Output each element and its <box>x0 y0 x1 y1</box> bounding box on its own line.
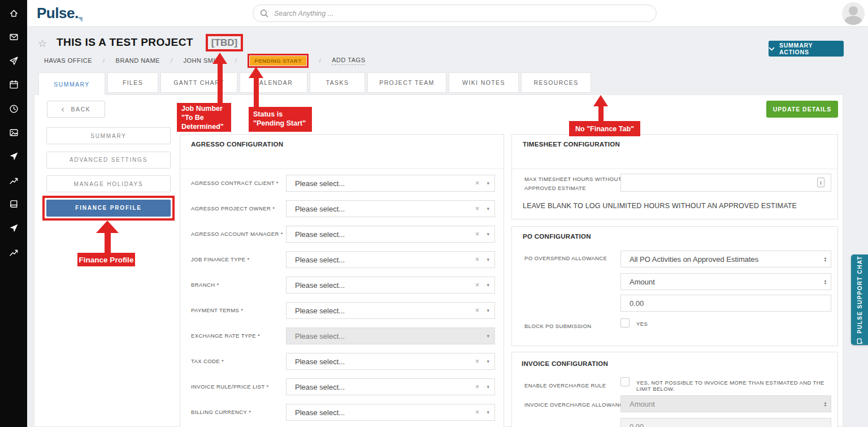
billing-currency-select[interactable]: Please select...×▾ <box>286 404 495 421</box>
send-icon[interactable] <box>0 51 27 71</box>
select-value: Please select... <box>295 408 345 417</box>
block-po-yes-label: YES <box>636 321 648 327</box>
agresso-contract-client-select[interactable]: Please select...×▾ <box>286 175 495 192</box>
invoice-overcharge-type-select[interactable]: Amount ▴▾ <box>620 395 831 412</box>
rocket-icon[interactable] <box>0 147 27 166</box>
tab-resources[interactable]: RESOURCES <box>521 72 591 93</box>
no-finance-tab-annotation: No "Finance Tab" <box>569 121 640 136</box>
summary-actions-button[interactable]: SUMMARY ACTIONS <box>769 41 844 57</box>
chart-icon[interactable] <box>0 171 27 190</box>
po-overspend-amount-input[interactable] <box>620 295 831 312</box>
pulse-logo[interactable]: Pulse. <box>37 5 84 22</box>
exchange-rate-type-select[interactable]: Please select...▾ <box>286 327 495 344</box>
billing-currency-label: BILLING CURRENCY * <box>191 409 251 415</box>
tax-code-select[interactable]: Please select...×▾ <box>286 353 495 370</box>
no-finance-tab-arrow-head <box>593 95 608 106</box>
clear-icon[interactable]: × <box>475 230 479 238</box>
home-icon[interactable] <box>0 3 27 23</box>
timesheet-help-text: LEAVE BLANK TO LOG UNLIMITED HOURS WITHO… <box>523 202 797 210</box>
breadcrumb-brand[interactable]: BRAND NAME <box>116 57 160 64</box>
pulse-logo-triangle <box>77 17 83 22</box>
book-icon[interactable] <box>0 195 27 214</box>
tab-wiki-notes[interactable]: WIKI NOTES <box>449 72 519 93</box>
rocket-icon[interactable] <box>0 219 27 238</box>
payment-terms-select[interactable]: Please select...×▾ <box>286 302 495 319</box>
caret-down-icon: ▾ <box>487 180 489 186</box>
subnav-summary[interactable]: SUMMARY <box>46 127 171 144</box>
finance-profile-annotation: Finance Profile <box>77 253 135 266</box>
status-badge[interactable]: PENDING START <box>250 56 306 66</box>
max-timesheet-hours-label: MAX TIMESHEET HOURS WITHOUT APPROVED EST… <box>524 175 622 193</box>
clear-icon[interactable]: × <box>475 307 479 314</box>
summary-actions-label: SUMMARY ACTIONS <box>779 42 844 55</box>
invoice-overcharge-allowance-label: INVOICE OVERCHARGE ALLOWANCE <box>524 402 627 408</box>
block-po-submission-checkbox[interactable] <box>620 318 630 327</box>
caret-down-icon: ▾ <box>487 282 489 288</box>
breadcrumb-separator: / <box>316 57 325 64</box>
caret-down-icon: ▾ <box>487 257 489 262</box>
user-avatar[interactable] <box>842 2 865 25</box>
agresso-account-manager-select[interactable]: Please select...×▾ <box>286 226 495 243</box>
clear-icon[interactable]: × <box>475 256 479 264</box>
breadcrumb-separator: / <box>232 57 241 64</box>
select-value: Please select... <box>295 357 345 366</box>
breadcrumb: HAVAS OFFICE / BRAND NAME / JOHN SMITH /… <box>44 54 365 67</box>
clear-icon[interactable]: × <box>475 179 479 187</box>
back-label: BACK <box>71 106 90 113</box>
po-overspend-mode-value: All PO Activities on Approved Estimates <box>630 255 758 264</box>
agresso-configuration-panel: AGRESSO CONFIGURATION AGRESSO CONTRACT C… <box>180 134 504 427</box>
clear-icon[interactable]: × <box>475 281 479 289</box>
invoice-rule-price-list-select[interactable]: Please select...×▾ <box>286 378 495 395</box>
po-configuration-panel: PO CONFIGURATION PO OVERSPEND ALLOWANCE … <box>511 226 838 346</box>
back-button[interactable]: ‹ BACK <box>47 101 105 118</box>
po-panel-title: PO CONFIGURATION <box>523 233 591 240</box>
enable-overcharge-checkbox[interactable] <box>620 377 630 386</box>
mail-icon[interactable] <box>0 27 27 46</box>
image-icon[interactable] <box>0 123 27 143</box>
update-details-button[interactable]: UPDATE DETAILS <box>766 101 838 118</box>
tab-gantt-chart[interactable]: GANTT CHART <box>160 72 237 93</box>
chart-icon[interactable] <box>0 243 27 262</box>
tab-summary[interactable]: SUMMARY <box>38 72 105 95</box>
clear-icon[interactable]: × <box>475 383 479 391</box>
invoice-overcharge-type-value: Amount <box>630 400 655 408</box>
clear-icon[interactable]: × <box>475 357 479 365</box>
pulse-support-chat-tab[interactable]: PULSE SUPPORT CHAT <box>851 255 868 345</box>
invoice-overcharge-amount-input[interactable] <box>620 418 831 427</box>
chat-bubble-icon <box>857 338 863 344</box>
search-input[interactable] <box>269 10 656 18</box>
caret-down-icon: ▾ <box>487 206 489 212</box>
tab-files[interactable]: FILES <box>107 72 158 93</box>
max-timesheet-hours-input[interactable] <box>620 174 831 192</box>
po-overspend-mode-select[interactable]: All PO Activities on Approved Estimates … <box>620 251 831 268</box>
clear-icon[interactable]: × <box>475 408 479 416</box>
status-annotation: Status is "Pending Start" <box>249 107 312 132</box>
clear-icon[interactable]: × <box>475 205 479 213</box>
caret-down-icon: ▾ <box>487 308 489 313</box>
global-search[interactable] <box>253 5 657 22</box>
tab-project-team[interactable]: PROJECT TEAM <box>367 72 446 93</box>
block-po-submission-label: BLOCK PO SUBMISSION <box>524 323 591 329</box>
subnav-manage-holidays[interactable]: MANAGE HOLIDAYS <box>46 175 171 192</box>
add-tags-link[interactable]: ADD TAGS <box>332 57 365 65</box>
tab-tasks[interactable]: TASKS <box>310 72 365 93</box>
branch-select[interactable]: Please select...×▾ <box>286 277 495 294</box>
select-value: Please select... <box>295 205 345 213</box>
subnav-advanced-settings[interactable]: ADVANCED SETTINGS <box>46 152 171 169</box>
finance-profile-arrow-head <box>96 221 119 233</box>
agresso-project-owner-select[interactable]: Please select...×▾ <box>286 200 495 217</box>
clock-icon[interactable] <box>0 99 27 118</box>
select-stepper-icon: ▴▾ <box>824 401 826 407</box>
calendar-icon[interactable] <box>0 75 27 94</box>
app-sidebar <box>0 0 27 427</box>
job-number-highlight-box: [TBD] <box>206 34 243 51</box>
job-finance-type-select[interactable]: Please select...×▾ <box>286 251 495 268</box>
avatar-head-silhouette <box>849 6 858 15</box>
status-arrow-line <box>254 77 259 107</box>
job-number-arrow-line <box>218 63 223 103</box>
po-overspend-type-select[interactable]: Amount ▴▾ <box>620 273 831 290</box>
po-overspend-allowance-label: PO OVERSPEND ALLOWANCE <box>524 255 607 261</box>
search-icon <box>260 9 269 18</box>
breadcrumb-office[interactable]: HAVAS OFFICE <box>44 57 92 64</box>
favorite-star-icon[interactable]: ☆ <box>38 37 47 50</box>
